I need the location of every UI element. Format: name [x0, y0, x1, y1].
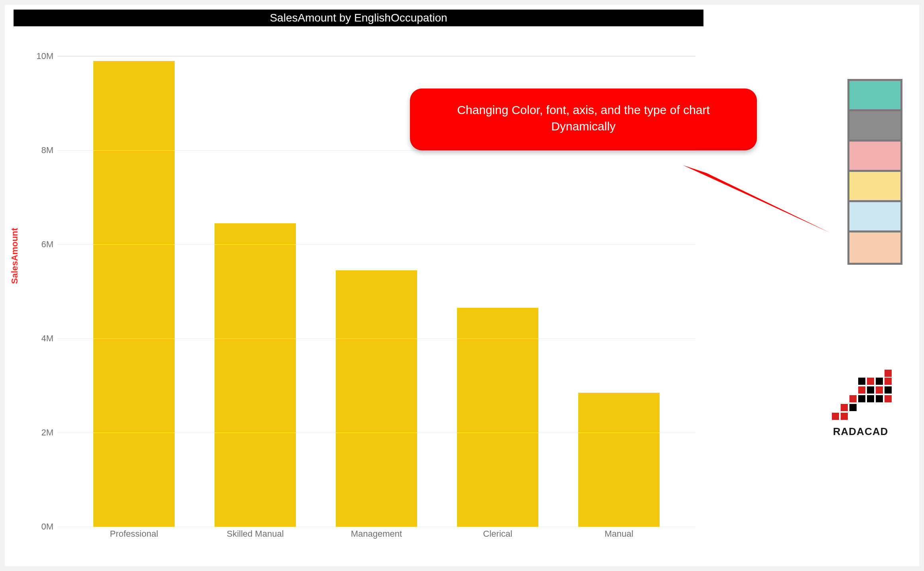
bar[interactable]: [93, 61, 175, 527]
color-swatch[interactable]: [849, 142, 900, 172]
bar[interactable]: [215, 223, 296, 527]
y-axis-title: SalesAmount: [10, 228, 20, 284]
bar-slot: [85, 61, 183, 527]
color-swatch[interactable]: [849, 81, 900, 111]
color-swatch[interactable]: [849, 172, 900, 202]
logo-icon: [829, 370, 892, 421]
color-swatch[interactable]: [849, 202, 900, 232]
x-tick-label: Professional: [85, 529, 183, 539]
color-palette[interactable]: [847, 79, 902, 265]
y-tick-label: 2M: [33, 427, 53, 438]
gridline: [57, 433, 695, 433]
y-tick-label: 8M: [33, 145, 53, 156]
bar[interactable]: [578, 393, 660, 527]
bar-slot: [327, 270, 426, 527]
bar-slot: [206, 223, 305, 527]
x-labels-row: ProfessionalSkilled ManualManagementCler…: [57, 529, 695, 539]
svg-marker-0: [683, 165, 830, 233]
color-swatch[interactable]: [849, 111, 900, 142]
x-tick-label: Management: [327, 529, 426, 539]
gridline: [57, 339, 695, 339]
gridline: [57, 150, 695, 151]
gridline: [57, 244, 695, 245]
y-tick-label: 4M: [33, 333, 53, 344]
x-tick-label: Clerical: [448, 529, 547, 539]
chart-title-bar: SalesAmount by EnglishOccupation: [14, 10, 703, 26]
bar[interactable]: [457, 308, 538, 527]
y-tick-label: 0M: [33, 522, 53, 532]
bar[interactable]: [336, 270, 417, 527]
logo-text: RADACAD: [819, 425, 902, 438]
gridline: [57, 527, 695, 527]
annotation-callout: Changing Color, font, axis, and the type…: [410, 89, 757, 150]
y-tick-label: 10M: [33, 51, 53, 61]
y-tick-label: 6M: [33, 239, 53, 250]
callout-text-line2: Dynamically: [424, 118, 743, 135]
x-tick-label: Manual: [569, 529, 668, 539]
bar-slot: [569, 393, 668, 527]
color-swatch[interactable]: [849, 232, 900, 263]
gridline: [57, 56, 695, 57]
x-tick-label: Skilled Manual: [206, 529, 305, 539]
bar-slot: [448, 308, 547, 527]
callout-text-line1: Changing Color, font, axis, and the type…: [424, 102, 743, 118]
radacad-logo: RADACAD: [819, 370, 902, 438]
